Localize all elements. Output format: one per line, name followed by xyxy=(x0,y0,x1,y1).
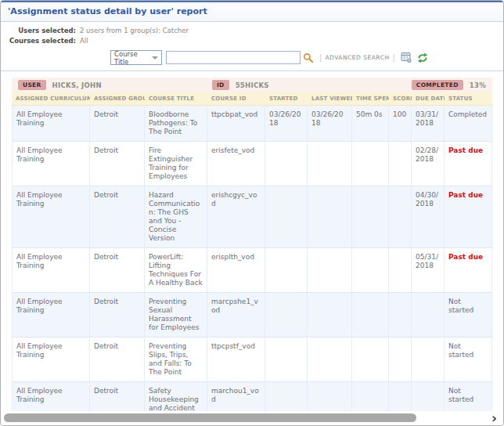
column-header: ASSIGNED CURRICULUM xyxy=(12,92,90,105)
cell-group: Detroit xyxy=(90,186,145,247)
cell-due_date: 03/31/2018 xyxy=(412,106,445,141)
filters-summary: Users selected: 2 users from 1 group(s):… xyxy=(1,22,503,48)
cell-score xyxy=(389,248,412,292)
cell-due_date: 04/30/2018 xyxy=(412,186,445,247)
cell-curriculum: All Employee Training xyxy=(12,186,90,247)
cell-title: Hazard Communication: The GHS and You - … xyxy=(145,186,207,247)
cell-curriculum: All Employee Training xyxy=(12,106,90,141)
report-window: { "title": "'Assignment status detail by… xyxy=(0,0,504,426)
cell-score xyxy=(389,186,412,247)
column-header: ASSIGNED GROUP xyxy=(90,92,145,105)
report-export-icon xyxy=(401,52,412,63)
cell-last_viewed xyxy=(308,186,352,247)
search-field-select[interactable]: Course Title xyxy=(110,50,162,65)
cell-status: Past due xyxy=(445,186,492,247)
cell-last_viewed: 03/26/2018 xyxy=(308,106,352,141)
cell-started xyxy=(265,142,308,186)
cell-due_date xyxy=(412,338,445,381)
completed-badge: COMPLETED xyxy=(412,80,463,90)
cell-course_id: marcpshe1_vod xyxy=(207,293,265,337)
cell-due_date: 05/31/2018 xyxy=(412,248,445,292)
cell-course_id: erishcgyc_vod xyxy=(207,186,265,247)
report-body: USER HICKS, JOHN ID 55HICKS COMPLETED 13… xyxy=(1,71,503,426)
users-selected-label: Users selected: xyxy=(1,26,76,36)
advanced-search-link[interactable]: ADVANCED SEARCH xyxy=(325,54,389,61)
cell-status: Not started xyxy=(445,338,492,381)
cell-score xyxy=(389,142,412,186)
column-header: TIME SPENT xyxy=(352,92,389,105)
table-row: All Employee TrainingDetroitPowerLift: L… xyxy=(12,248,492,293)
refresh-icon xyxy=(417,52,428,63)
user-section: USER HICKS, JOHN ID 55HICKS COMPLETED 13… xyxy=(12,78,492,426)
table-row: All Employee TrainingDetroitBloodborne P… xyxy=(12,106,492,142)
cell-course_id: ttpcpstf_vod xyxy=(207,338,265,381)
table-row: All Employee TrainingDetroitPreventing S… xyxy=(12,293,492,338)
cell-curriculum: All Employee Training xyxy=(12,293,90,337)
search-toolbar: Course Title | ADVANCED SEARCH | xyxy=(1,48,503,71)
table-row: All Employee TrainingDetroitFire Extingu… xyxy=(12,142,492,186)
cell-curriculum: All Employee Training xyxy=(12,338,90,381)
cell-group: Detroit xyxy=(90,106,145,141)
cell-title: Bloodborne Pathogens: To The Point xyxy=(145,106,207,141)
cell-time_spent xyxy=(352,293,389,337)
cell-due_date: 02/28/2018 xyxy=(412,142,445,186)
cell-status: Completed xyxy=(445,106,492,141)
user-id: 55HICKS xyxy=(236,81,269,89)
cell-time_spent: 50m 0s xyxy=(352,106,389,141)
cell-title: Preventing Slips, Trips, and Falls: To T… xyxy=(145,338,207,381)
horizontal-scrollbar-thumb[interactable] xyxy=(4,413,416,422)
divider: | xyxy=(319,53,322,62)
search-input[interactable] xyxy=(166,51,301,64)
chevron-down-icon xyxy=(152,56,158,60)
cell-group: Detroit xyxy=(90,248,145,292)
search-field-selected: Course Title xyxy=(114,50,152,66)
cell-started: 03/26/2018 xyxy=(265,106,308,141)
cell-started xyxy=(265,248,308,292)
cell-course_id: ttpcbpat_vod xyxy=(207,106,265,141)
cell-score xyxy=(389,293,412,337)
column-header: STARTED xyxy=(265,92,308,105)
cell-score xyxy=(389,338,412,381)
column-header: STATUS xyxy=(445,92,492,105)
divider: | xyxy=(393,53,395,62)
users-selected-value: 2 users from 1 group(s): Catcher xyxy=(80,26,189,36)
cell-course_id: erisplth_vod xyxy=(207,248,265,292)
user-name: HICKS, JOHN xyxy=(52,81,102,89)
table-row: All Employee TrainingDetroitPreventing S… xyxy=(12,338,492,382)
cell-title: Fire Extinguisher Training for Employees xyxy=(145,142,207,186)
cell-group: Detroit xyxy=(90,142,145,186)
cell-time_spent xyxy=(352,142,389,186)
column-header: DUE DATE xyxy=(412,92,445,105)
cell-started xyxy=(265,293,308,337)
column-header: SCORE xyxy=(389,92,412,105)
user-bar: USER HICKS, JOHN ID 55HICKS COMPLETED 13… xyxy=(12,78,492,92)
column-header-row: ASSIGNED CURRICULUMASSIGNED GROUPCOURSE … xyxy=(12,92,492,106)
courses-selected-value: All xyxy=(80,36,88,46)
id-badge: ID xyxy=(212,80,229,90)
cell-group: Detroit xyxy=(90,338,145,381)
search-icon xyxy=(303,52,314,63)
search-button[interactable] xyxy=(301,52,316,63)
table-row: All Employee TrainingDetroitHazard Commu… xyxy=(12,186,492,248)
user-table-body: All Employee TrainingDetroitBloodborne P… xyxy=(12,106,492,426)
cell-started xyxy=(265,338,308,381)
completed-pct: 13% xyxy=(470,81,486,89)
cell-score: 100 xyxy=(389,106,412,141)
column-header: LAST VIEWED xyxy=(308,92,352,105)
cell-group: Detroit xyxy=(90,293,145,337)
column-header: COURSE TITLE xyxy=(145,92,207,105)
cell-curriculum: All Employee Training xyxy=(12,248,90,292)
export-report-button[interactable] xyxy=(398,52,415,63)
cell-status: Past due xyxy=(445,248,492,292)
cell-course_id: erisfete_vod xyxy=(207,142,265,186)
column-header: COURSE ID xyxy=(207,92,265,105)
cell-last_viewed xyxy=(308,293,352,337)
cell-last_viewed xyxy=(308,338,352,381)
courses-selected-label: Courses selected: xyxy=(1,36,76,46)
cell-last_viewed xyxy=(308,248,352,292)
cell-title: PowerLift: Lifting Techniques For A Heal… xyxy=(145,248,207,292)
scroll-right-arrow[interactable]: › xyxy=(491,411,497,425)
page-title: 'Assignment status detail by user' repor… xyxy=(1,1,503,22)
refresh-button[interactable] xyxy=(415,52,430,63)
cell-status: Past due xyxy=(445,142,492,186)
